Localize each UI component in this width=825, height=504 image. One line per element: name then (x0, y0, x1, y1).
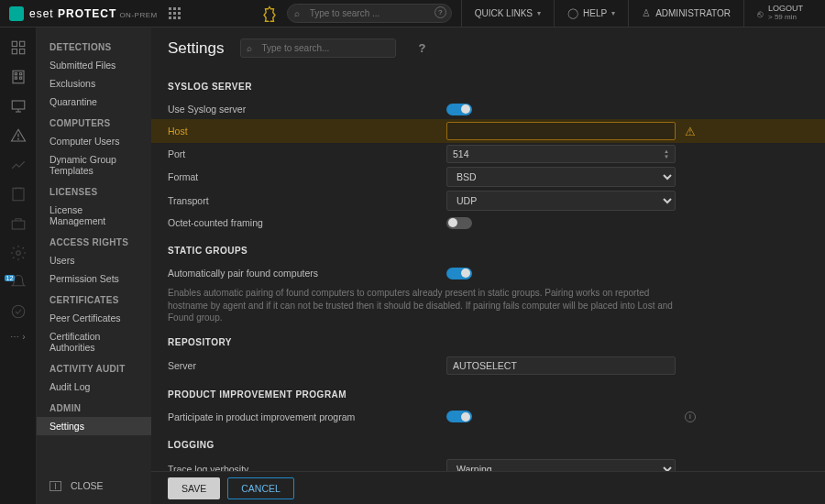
toggle-use-syslog[interactable] (446, 104, 472, 115)
notification-icon[interactable] (261, 5, 278, 22)
toggle-participate[interactable] (446, 411, 472, 422)
search-icon: ⌕ (294, 8, 300, 18)
topbar: eset PROTECTON-PREM ⌕ ? QUICK LINKS▾ ◯HE… (0, 0, 825, 27)
brand-logo: eset PROTECTON-PREM (9, 6, 158, 21)
nav-monitor-icon[interactable] (7, 95, 29, 117)
quick-links-menu[interactable]: QUICK LINKS▾ (461, 0, 554, 27)
sidebar: DETECTIONSSubmitted FilesExclusionsQuara… (37, 27, 151, 504)
label-participate: Participate in product improvement progr… (168, 411, 446, 422)
label-host: Host (168, 126, 446, 137)
global-search-input[interactable] (287, 4, 452, 23)
input-host[interactable] (446, 122, 676, 140)
sidebar-heading: ACCESS RIGHTS (37, 230, 151, 251)
nav-reports-icon[interactable] (7, 154, 29, 176)
label-format: Format (168, 171, 446, 182)
sidebar-item[interactable]: Certification Authorities (37, 327, 151, 356)
desc-autopair: Enables automatic pairing of found compu… (168, 287, 681, 324)
page-help-icon[interactable]: ? (418, 41, 425, 55)
nav-tasks-icon[interactable] (7, 183, 29, 205)
sidebar-heading: LICENSES (37, 180, 151, 201)
save-button[interactable]: SAVE (168, 477, 220, 499)
svg-rect-14 (13, 188, 24, 201)
warning-icon[interactable]: ⚠ (685, 125, 696, 138)
sidebar-item[interactable]: Permission Sets (37, 269, 151, 288)
info-icon[interactable]: i (685, 411, 696, 422)
sidebar-item[interactable]: Users (37, 251, 151, 269)
spinner-icon[interactable]: ▲▼ (664, 146, 673, 162)
label-verbosity: Trace log verbosity (168, 464, 446, 472)
sidebar-item[interactable]: Exclusions (37, 74, 151, 93)
section-repo: REPOSITORY (168, 337, 808, 347)
nav-notifications-icon[interactable]: 12 (7, 271, 29, 293)
sidebar-item[interactable]: Dynamic Group Templates (37, 150, 151, 180)
label-autopair: Automatically pair found computers (168, 268, 446, 279)
main-panel: Settings ⌕ ? SYSLOG SERVER Use Syslog se… (151, 27, 825, 504)
sidebar-item[interactable]: License Management (37, 201, 151, 230)
brand-icon (9, 6, 24, 21)
svg-rect-8 (19, 77, 21, 79)
svg-rect-0 (12, 41, 16, 46)
sidebar-item[interactable]: Peer Certificates (37, 309, 151, 327)
more-icon: ⋯ (10, 332, 19, 342)
apps-grid-icon[interactable] (169, 7, 181, 19)
select-verbosity[interactable]: Warning (446, 459, 676, 472)
select-transport[interactable]: UDP (446, 191, 676, 211)
sidebar-heading: COMPUTERS (37, 111, 151, 132)
sidebar-heading: ADMIN (37, 396, 151, 417)
sidebar-close[interactable]: CLOSE (37, 475, 151, 497)
label-use-syslog: Use Syslog server (168, 104, 446, 115)
nav-status-icon[interactable] (7, 301, 29, 323)
admin-menu[interactable]: ♙ADMINISTRATOR (628, 0, 743, 27)
svg-point-13 (17, 138, 18, 139)
select-format[interactable]: BSD (446, 167, 676, 187)
nav-policies-icon[interactable] (7, 242, 29, 264)
svg-rect-2 (12, 49, 16, 54)
svg-rect-9 (12, 101, 25, 109)
chevron-down-icon: ▾ (537, 9, 541, 17)
sidebar-item[interactable]: Audit Log (37, 378, 151, 396)
toggle-octet[interactable] (446, 217, 472, 229)
label-server: Server (168, 360, 446, 371)
toggle-autopair[interactable] (446, 268, 472, 279)
footer: SAVE CANCEL (151, 471, 825, 504)
help-icon: ◯ (567, 7, 578, 19)
input-server[interactable] (446, 356, 676, 375)
help-menu[interactable]: ◯HELP▾ (554, 0, 628, 27)
label-transport: Transport (168, 195, 446, 206)
search-icon: ⌕ (247, 43, 252, 53)
cancel-button[interactable]: CANCEL (227, 477, 294, 499)
sidebar-item[interactable]: Computer Users (37, 132, 151, 150)
nav-threats-icon[interactable] (7, 125, 29, 147)
label-octet: Octet-counted framing (168, 217, 446, 228)
section-static: STATIC GROUPS (168, 246, 808, 256)
logout-icon: ⎋ (757, 8, 764, 19)
svg-rect-1 (19, 41, 24, 46)
settings-search-input[interactable] (240, 38, 396, 58)
sidebar-heading: CERTIFICATES (37, 288, 151, 309)
chevron-down-icon: ▾ (611, 9, 615, 17)
settings-search[interactable]: ⌕ (240, 38, 396, 58)
sidebar-item[interactable]: Settings (37, 417, 151, 435)
sidebar-heading: ACTIVITY AUDIT (37, 356, 151, 378)
search-help-icon[interactable]: ? (434, 6, 446, 18)
rail-expand[interactable]: ⋯› (10, 332, 25, 342)
section-pip: PRODUCT IMPROVEMENT PROGRAM (168, 389, 808, 400)
page-header: Settings ⌕ ? (151, 27, 825, 69)
svg-rect-5 (15, 73, 16, 75)
sidebar-heading: DETECTIONS (37, 35, 151, 56)
input-port[interactable] (446, 145, 676, 163)
nav-installers-icon[interactable] (7, 213, 29, 235)
svg-rect-15 (12, 221, 25, 229)
nav-computers-icon[interactable] (7, 66, 29, 88)
section-syslog: SYSLOG SERVER (168, 82, 808, 92)
sidebar-item[interactable]: Submitted Files (37, 56, 151, 74)
section-logging: LOGGING (168, 440, 808, 450)
nav-dashboard-icon[interactable] (7, 37, 29, 59)
global-search[interactable]: ⌕ ? (287, 4, 452, 23)
logout-button[interactable]: ⎋LOGOUT> 59 min (743, 0, 816, 27)
notification-badge: 12 (5, 275, 16, 281)
settings-body: SYSLOG SERVER Use Syslog server Host⚠ Po… (151, 69, 825, 471)
collapse-icon (50, 481, 61, 491)
sidebar-item[interactable]: Quarantine (37, 93, 151, 111)
user-icon: ♙ (642, 7, 651, 19)
